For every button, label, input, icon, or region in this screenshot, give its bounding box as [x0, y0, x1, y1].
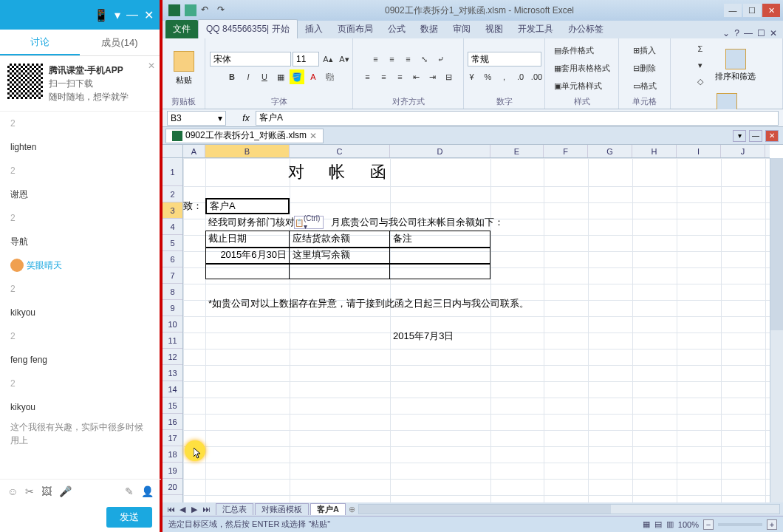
col-header[interactable]: B: [205, 145, 290, 157]
sheet-nav-next-icon[interactable]: ▶: [189, 505, 199, 514]
col-header[interactable]: J: [721, 145, 765, 157]
spreadsheet-grid[interactable]: ABCDEFGHIJ 12345678910111213141516171819…: [163, 145, 783, 516]
mic-icon[interactable]: 🎤: [59, 485, 72, 497]
align-right-icon[interactable]: ≡: [393, 69, 408, 84]
doc-dropdown-icon[interactable]: ▾: [733, 130, 746, 142]
minimize-icon[interactable]: —: [126, 8, 138, 21]
workbook-tab[interactable]: 0902工作表拆分1_对账函.xlsm ✕: [165, 129, 324, 143]
cell-r6b[interactable]: 这里填写余额: [290, 247, 390, 263]
minimize-ribbon-icon[interactable]: ⌄: [722, 28, 730, 38]
scissors-icon[interactable]: ✂: [25, 485, 34, 497]
win-min-icon[interactable]: —: [744, 28, 753, 38]
sheet-tab[interactable]: 对账函模板: [255, 503, 309, 515]
qr-close-icon[interactable]: ✕: [148, 61, 155, 71]
phone-icon[interactable]: 📱: [94, 8, 109, 22]
col-header[interactable]: H: [632, 145, 677, 157]
user-name[interactable]: kikyou: [0, 301, 160, 324]
row-header[interactable]: 9: [163, 300, 182, 316]
horizontal-scrollbar[interactable]: [358, 504, 780, 514]
cell-title[interactable]: 对 帐 函: [183, 158, 501, 186]
insert-cells-button[interactable]: ⊞ 插入: [632, 43, 657, 58]
align-top-icon[interactable]: ≡: [369, 52, 383, 66]
emoji-icon[interactable]: ☺: [7, 485, 18, 497]
win-close-icon[interactable]: ✕: [770, 28, 777, 38]
close-tab-icon[interactable]: ✕: [310, 131, 317, 141]
row-header[interactable]: 7: [163, 267, 182, 284]
shrink-font-icon[interactable]: A▾: [337, 52, 352, 66]
redo-icon[interactable]: ↷: [217, 4, 229, 16]
col-header[interactable]: G: [588, 145, 632, 157]
formula-input[interactable]: 客户A: [256, 111, 779, 126]
indent-dec-icon[interactable]: ⇤: [409, 69, 424, 84]
cell-h5c[interactable]: 备注: [390, 231, 490, 247]
view-break-icon[interactable]: ▥: [666, 519, 674, 529]
tab-file[interactable]: 文件: [165, 20, 198, 38]
sheet-tab[interactable]: 客户A: [310, 503, 346, 515]
percent-icon[interactable]: %: [481, 69, 496, 84]
row-headers[interactable]: 1234567891011121314151617181920: [163, 158, 183, 502]
italic-button[interactable]: I: [241, 69, 256, 84]
font-color-button[interactable]: A: [306, 69, 321, 84]
user-name[interactable]: lighten: [0, 135, 160, 159]
currency-icon[interactable]: ¥: [465, 69, 479, 84]
row-header[interactable]: 13: [163, 365, 182, 381]
row-header[interactable]: 12: [163, 349, 182, 365]
zoom-slider[interactable]: [718, 523, 762, 526]
col-header[interactable]: D: [390, 145, 490, 157]
grow-font-icon[interactable]: A▴: [321, 52, 335, 66]
tab-discuss[interactable]: 讨论: [0, 30, 80, 55]
underline-button[interactable]: U: [257, 69, 272, 84]
cell-a3[interactable]: 致：: [183, 198, 205, 214]
fx-icon[interactable]: fx: [239, 113, 253, 123]
format-cells-button[interactable]: ▭ 格式: [632, 78, 657, 93]
tab-members[interactable]: 成员(14): [80, 30, 160, 55]
sheet-tab[interactable]: 汇总表: [216, 503, 253, 515]
person-icon[interactable]: 👤: [141, 485, 154, 497]
table-format-button[interactable]: ▦ 套用表格格式: [553, 61, 611, 75]
image-icon[interactable]: 🖼: [41, 485, 52, 497]
row-header[interactable]: 17: [163, 430, 182, 446]
font-size-combo[interactable]: 11: [293, 52, 319, 66]
delete-cells-button[interactable]: ⊟ 删除: [632, 61, 657, 75]
column-headers[interactable]: ABCDEFGHIJ: [183, 145, 770, 158]
maximize-button[interactable]: ☐: [743, 4, 761, 17]
cell-h5a[interactable]: 截止日期: [205, 231, 290, 247]
sort-filter-button[interactable]: 排序和筛选: [711, 47, 760, 83]
clear-icon[interactable]: ◇: [693, 74, 708, 89]
row-header[interactable]: 16: [163, 414, 182, 430]
row-header[interactable]: 10: [163, 316, 182, 332]
new-sheet-icon[interactable]: ⊕: [349, 505, 355, 514]
sheet-nav-first-icon[interactable]: ⏮: [165, 505, 176, 514]
row-header[interactable]: 8: [163, 284, 182, 300]
tab-dev[interactable]: 开发工具: [510, 20, 561, 38]
tab-review[interactable]: 审阅: [445, 20, 478, 38]
tab-home[interactable]: QQ 845566355| 开始: [198, 19, 298, 38]
merge-button[interactable]: ⊟: [442, 69, 457, 84]
row-header[interactable]: 6: [163, 251, 182, 267]
select-all-corner[interactable]: [163, 145, 183, 158]
dec-decimal-icon[interactable]: .00: [530, 69, 544, 84]
number-format-combo[interactable]: 常规: [468, 52, 541, 66]
zoom-level[interactable]: 100%: [678, 520, 699, 529]
tab-view[interactable]: 视图: [478, 20, 510, 38]
close-button[interactable]: ✕: [762, 4, 780, 17]
dropdown-icon[interactable]: ▾: [114, 8, 120, 22]
user-name[interactable]: 导航: [0, 230, 160, 253]
zoom-in-button[interactable]: +: [767, 519, 777, 530]
phonetic-button[interactable]: ㍾: [322, 69, 337, 84]
row-header[interactable]: 19: [163, 463, 182, 479]
row-header[interactable]: 14: [163, 381, 182, 398]
selected-cell[interactable]: 客户A: [205, 198, 290, 214]
cond-format-button[interactable]: ▤ 条件格式: [553, 43, 595, 58]
align-mid-icon[interactable]: ≡: [385, 52, 400, 66]
col-header[interactable]: C: [290, 145, 390, 157]
tab-insert[interactable]: 插入: [298, 20, 330, 38]
tab-layout[interactable]: 页面布局: [330, 20, 380, 38]
cell-note[interactable]: *如贵公司对以上数据存在异意，请于接到此函之日起三日内与我公司联系。: [205, 296, 575, 312]
doc-min-icon[interactable]: —: [749, 130, 762, 142]
vertical-scrollbar[interactable]: [770, 158, 783, 502]
row-header[interactable]: 3: [163, 202, 182, 219]
user-name[interactable]: feng feng: [0, 348, 160, 372]
edit-icon[interactable]: ✎: [125, 485, 134, 497]
minimize-button[interactable]: —: [724, 4, 742, 17]
